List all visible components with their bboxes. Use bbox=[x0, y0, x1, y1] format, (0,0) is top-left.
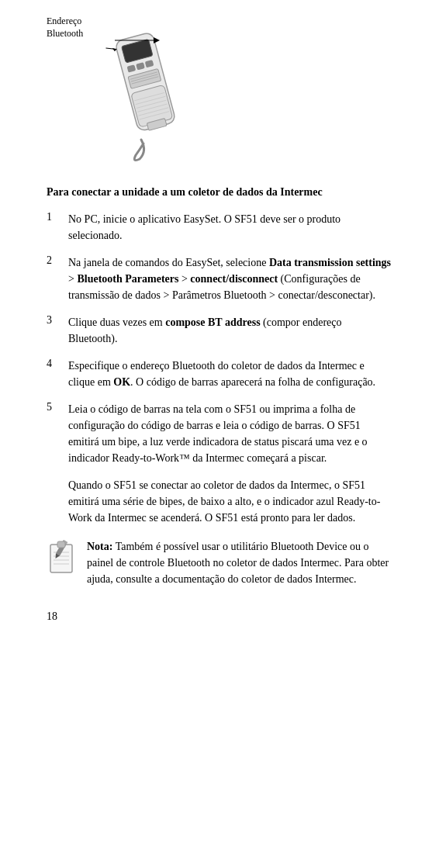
image-section: Endereço Bluetooth bbox=[47, 16, 392, 171]
label-arrow bbox=[115, 33, 161, 48]
note-text: Também é possível usar o utilitário Blue… bbox=[87, 541, 389, 585]
step-4-content: Especifique o endereço Bluetooth do cole… bbox=[68, 358, 392, 390]
step-5-number: 5 bbox=[47, 401, 68, 413]
svg-marker-20 bbox=[154, 37, 160, 43]
step-continuation-content: Quando o SF51 se conectar ao coletor de … bbox=[68, 477, 392, 526]
note-icon bbox=[47, 538, 78, 577]
step-continuation: Quando o SF51 se conectar ao coletor de … bbox=[47, 477, 392, 526]
step-3-content: Clique duas vezes em compose BT address … bbox=[68, 314, 392, 347]
page-container: Endereço Bluetooth bbox=[47, 16, 392, 623]
step-3-number: 3 bbox=[47, 314, 68, 327]
note-content: Nota: Também é possível usar o utilitári… bbox=[87, 538, 392, 587]
step-continuation-number bbox=[47, 477, 68, 489]
step-1: 1 No PC, inicie o aplicativo EasySet. O … bbox=[47, 211, 392, 244]
step-5: 5 Leia o código de barras na tela com o … bbox=[47, 401, 392, 466]
svg-rect-29 bbox=[57, 541, 65, 548]
step-2-number: 2 bbox=[47, 254, 68, 267]
step-1-number: 1 bbox=[47, 211, 68, 223]
step-5-content: Leia o código de barras na tela com o SF… bbox=[68, 401, 392, 466]
step-2-content: Na janela de comandos do EasySet, seleci… bbox=[68, 254, 392, 303]
step-3: 3 Clique duas vezes em compose BT addres… bbox=[47, 314, 392, 347]
step-2: 2 Na janela de comandos do EasySet, sele… bbox=[47, 254, 392, 303]
step-4-number: 4 bbox=[47, 358, 68, 370]
note-label: Nota: bbox=[87, 541, 112, 552]
step-4: 4 Especifique o endereço Bluetooth do co… bbox=[47, 358, 392, 390]
section-heading: Para conectar a unidade a um coletor de … bbox=[47, 186, 392, 199]
page-number: 18 bbox=[47, 610, 392, 623]
note-box: Nota: Também é possível usar o utilitári… bbox=[47, 538, 392, 587]
bluetooth-address-label: Endereço Bluetooth bbox=[47, 16, 83, 40]
steps-list: 1 No PC, inicie o aplicativo EasySet. O … bbox=[47, 211, 392, 526]
step-1-content: No PC, inicie o aplicativo EasySet. O SF… bbox=[68, 211, 392, 244]
